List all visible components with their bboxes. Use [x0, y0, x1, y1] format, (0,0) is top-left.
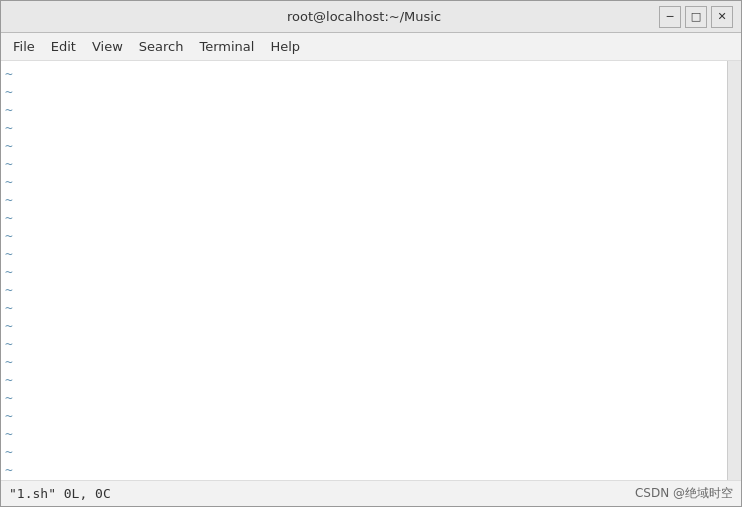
menu-help[interactable]: Help [262, 35, 308, 58]
tilde-line: ~ [1, 317, 21, 335]
tilde-line: ~ [1, 137, 21, 155]
window-controls: ─ □ ✕ [659, 6, 733, 28]
menu-file[interactable]: File [5, 35, 43, 58]
tilde-line: ~ [1, 263, 21, 281]
tilde-line: ~ [1, 155, 21, 173]
status-branding: CSDN @绝域时空 [635, 485, 733, 502]
tilde-line: ~ [1, 425, 21, 443]
editor-area[interactable]: ~~~~~~~~~~~~~~~~~~~~~~~~~~ [1, 61, 741, 480]
tilde-line: ~ [1, 65, 21, 83]
scrollbar[interactable] [727, 61, 741, 480]
tilde-line: ~ [1, 281, 21, 299]
tilde-line: ~ [1, 371, 21, 389]
tilde-line: ~ [1, 353, 21, 371]
tilde-line: ~ [1, 119, 21, 137]
window-title: root@localhost:~/Music [69, 9, 659, 24]
maximize-button[interactable]: □ [685, 6, 707, 28]
line-area: ~~~~~~~~~~~~~~~~~~~~~~~~~~ [1, 61, 21, 480]
terminal-window: root@localhost:~/Music ─ □ ✕ File Edit V… [0, 0, 742, 507]
tilde-line: ~ [1, 299, 21, 317]
tilde-line: ~ [1, 191, 21, 209]
tilde-line: ~ [1, 407, 21, 425]
close-button[interactable]: ✕ [711, 6, 733, 28]
tilde-line: ~ [1, 245, 21, 263]
status-bar: "1.sh" 0L, 0C CSDN @绝域时空 [1, 480, 741, 506]
title-bar: root@localhost:~/Music ─ □ ✕ [1, 1, 741, 33]
tilde-line: ~ [1, 209, 21, 227]
tilde-line: ~ [1, 173, 21, 191]
tilde-line: ~ [1, 227, 21, 245]
tilde-line: ~ [1, 389, 21, 407]
tilde-line: ~ [1, 461, 21, 479]
minimize-button[interactable]: ─ [659, 6, 681, 28]
tilde-line: ~ [1, 443, 21, 461]
menu-edit[interactable]: Edit [43, 35, 84, 58]
menu-view[interactable]: View [84, 35, 131, 58]
menu-terminal[interactable]: Terminal [191, 35, 262, 58]
status-file-info: "1.sh" 0L, 0C [9, 486, 111, 501]
menu-search[interactable]: Search [131, 35, 192, 58]
tilde-line: ~ [1, 479, 21, 480]
tilde-line: ~ [1, 101, 21, 119]
menu-bar: File Edit View Search Terminal Help [1, 33, 741, 61]
tilde-line: ~ [1, 335, 21, 353]
text-editor[interactable] [21, 61, 727, 480]
tilde-line: ~ [1, 83, 21, 101]
